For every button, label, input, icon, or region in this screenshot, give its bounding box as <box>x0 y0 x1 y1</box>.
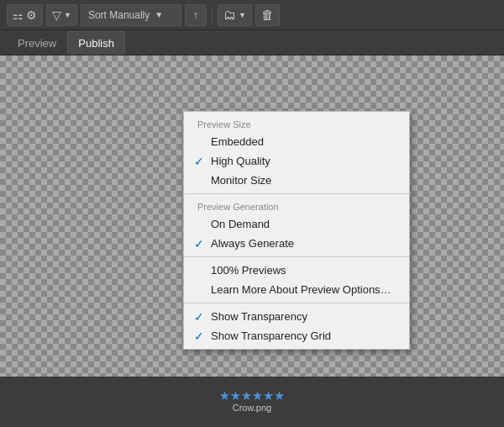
star-2 <box>231 391 241 401</box>
check-icon-show-transparency-grid: ✓ <box>194 329 204 343</box>
sort-label: Sort Manually <box>88 9 150 21</box>
menu-item-monitor-size-label: Monitor Size <box>211 174 271 187</box>
menu-item-embedded-label: Embedded <box>211 135 264 148</box>
menu-item-high-quality-label: High Quality <box>211 155 270 167</box>
check-icon-show-transparency: ✓ <box>194 310 204 324</box>
menu-divider-1 <box>184 193 409 194</box>
star-rating <box>220 391 285 401</box>
filter-icon-2: ⚙ <box>26 8 37 22</box>
toolbar-separator <box>212 7 213 24</box>
star-1 <box>220 391 230 401</box>
menu-item-high-quality[interactable]: ✓ High Quality <box>184 151 409 171</box>
star-4 <box>253 391 263 401</box>
tab-preview[interactable]: Preview <box>7 31 67 55</box>
trash-icon: 🗑 <box>261 8 274 22</box>
menu-item-always-generate-label: Always Generate <box>211 237 294 250</box>
sort-direction-btn[interactable]: ↑ <box>185 4 207 26</box>
bottom-bar: Crow.png <box>0 377 504 427</box>
funnel-icon: ▽ <box>52 8 61 22</box>
menu-item-show-transparency-grid[interactable]: ✓ Show Transparency Grid <box>184 326 409 345</box>
menu-item-show-transparency[interactable]: ✓ Show Transparency <box>184 307 409 326</box>
folder-chevron-icon: ▼ <box>239 11 246 19</box>
menu-item-learn-more-label: Learn More About Preview Options… <box>211 283 391 296</box>
menu-item-show-transparency-label: Show Transparency <box>211 310 307 323</box>
star-6 <box>275 391 285 401</box>
menu-item-on-demand[interactable]: On Demand <box>184 214 409 234</box>
tab-bar: Preview Publish <box>0 30 504 55</box>
menu-item-show-transparency-grid-label: Show Transparency Grid <box>211 329 331 342</box>
filter-icon-1: ⚏ <box>13 8 24 22</box>
menu-item-monitor-size[interactable]: Monitor Size <box>184 171 409 190</box>
up-arrow-icon: ↑ <box>193 8 199 21</box>
menu-item-100-previews[interactable]: 100% Previews <box>184 261 409 280</box>
menu-item-learn-more[interactable]: Learn More About Preview Options… <box>184 280 409 299</box>
preview-dropdown-menu: Preview Size Embedded ✓ High Quality Mon… <box>183 111 410 350</box>
toolbar: ⚏ ⚙ ▽ ▼ Sort Manually ▼ ↑ 🗂 ▼ 🗑 <box>0 0 504 30</box>
folder-btn[interactable]: 🗂 ▼ <box>218 4 252 26</box>
star-3 <box>242 391 252 401</box>
menu-divider-3 <box>184 303 409 303</box>
section-label-preview-generation: Preview Generation <box>184 198 409 214</box>
check-icon-high-quality: ✓ <box>194 155 204 168</box>
star-5 <box>264 391 274 401</box>
folder-icon: 🗂 <box>223 8 236 22</box>
check-icon-always-generate: ✓ <box>194 237 204 250</box>
menu-item-100-previews-label: 100% Previews <box>211 264 286 277</box>
tab-publish[interactable]: Publish <box>67 31 125 55</box>
file-name-label: Crow.png <box>233 403 271 413</box>
filter-btn-2[interactable]: ▽ ▼ <box>46 4 77 26</box>
trash-btn[interactable]: 🗑 <box>255 4 280 26</box>
sort-chevron: ▼ <box>155 10 163 19</box>
main-area: Crow.png Preview Size Embedded ✓ High Qu… <box>0 55 504 427</box>
chevron-down-icon: ▼ <box>64 11 71 19</box>
menu-item-embedded[interactable]: Embedded <box>184 132 409 151</box>
thumbnail-info: Crow.png <box>220 391 285 413</box>
section-label-preview-size: Preview Size <box>184 115 409 132</box>
menu-divider-2 <box>184 256 409 257</box>
menu-item-always-generate[interactable]: ✓ Always Generate <box>184 234 409 253</box>
menu-item-on-demand-label: On Demand <box>211 218 270 230</box>
sort-dropdown[interactable]: Sort Manually ▼ <box>81 4 181 26</box>
filter-btn-1[interactable]: ⚏ ⚙ <box>7 4 43 26</box>
